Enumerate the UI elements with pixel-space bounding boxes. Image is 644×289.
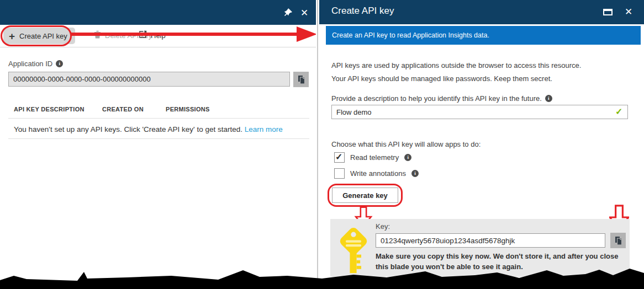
description-input[interactable] xyxy=(331,105,628,119)
intro-line-1: API keys are used by applications outsid… xyxy=(331,61,581,69)
write-annotations-info-icon[interactable]: i xyxy=(411,170,419,177)
api-keys-blade: ✕ + Create API key Delete API key Help xyxy=(0,0,316,289)
info-banner: Create an API key to read Application In… xyxy=(326,26,641,45)
write-annotations-label: Write annotations xyxy=(350,169,406,178)
intro-line-2: Your API keys should be managed like pas… xyxy=(331,74,552,83)
left-blade-header: ✕ xyxy=(0,0,316,25)
right-blade-header: Create API key ✕ xyxy=(319,0,644,24)
description-label: Provide a description to help you identi… xyxy=(331,94,542,103)
toolbar: + Create API key Delete API key Help xyxy=(0,25,316,47)
list-divider xyxy=(8,138,309,139)
generate-key-button[interactable]: Generate key xyxy=(332,188,398,203)
column-header-description: API KEY DESCRIPTION xyxy=(14,106,85,113)
azure-portal-screenshot: ✕ + Create API key Delete API key Help xyxy=(0,0,644,289)
create-api-key-label: Create API key xyxy=(19,32,67,40)
write-annotations-checkbox[interactable] xyxy=(334,168,345,179)
table-divider xyxy=(8,118,309,119)
read-telemetry-checkbox[interactable] xyxy=(334,152,345,163)
create-api-key-blade: Create API key ✕ Create an API key to re… xyxy=(319,0,644,289)
key-label: Key: xyxy=(376,222,390,231)
help-button[interactable]: Help xyxy=(139,30,166,40)
info-icon[interactable]: i xyxy=(56,60,63,67)
read-telemetry-label: Read telemetry xyxy=(350,153,399,162)
pin-icon[interactable] xyxy=(284,8,293,19)
learn-more-link[interactable]: Learn more xyxy=(245,125,283,133)
copy-application-id-button[interactable] xyxy=(293,72,309,87)
trash-icon xyxy=(94,30,101,40)
torn-edge-decoration xyxy=(0,267,644,289)
read-telemetry-info-icon[interactable]: i xyxy=(404,154,411,161)
column-header-permissions: PERMISSIONS xyxy=(166,106,210,113)
application-id-label-row: Application ID i xyxy=(8,60,63,68)
valid-check-icon: ✓ xyxy=(615,106,622,117)
empty-state-text: You haven't set up any API keys. Click '… xyxy=(14,125,283,133)
help-icon xyxy=(139,30,147,40)
close-icon[interactable]: ✕ xyxy=(300,7,308,19)
description-label-row: Provide a description to help you identi… xyxy=(331,94,552,103)
close-blade-icon[interactable]: ✕ xyxy=(625,6,632,18)
create-api-key-button[interactable]: + Create API key xyxy=(3,28,75,44)
write-annotations-row: Write annotations i xyxy=(334,168,419,179)
maximize-icon[interactable] xyxy=(603,9,613,15)
generated-key-input[interactable] xyxy=(376,233,605,248)
blade-title: Create API key xyxy=(331,6,394,17)
empty-state-message: You haven't set up any API keys. Click '… xyxy=(14,125,242,133)
description-info-icon[interactable]: i xyxy=(545,95,552,102)
application-id-input[interactable] xyxy=(8,72,290,87)
permissions-label: Choose what this API key will allow apps… xyxy=(331,140,481,148)
help-label: Help xyxy=(151,31,166,40)
copy-key-button[interactable] xyxy=(610,233,626,248)
application-id-label: Application ID xyxy=(8,60,52,68)
column-header-created-on: CREATED ON xyxy=(102,106,144,113)
plus-icon: + xyxy=(9,31,15,41)
read-telemetry-row: Read telemetry i xyxy=(334,152,411,163)
